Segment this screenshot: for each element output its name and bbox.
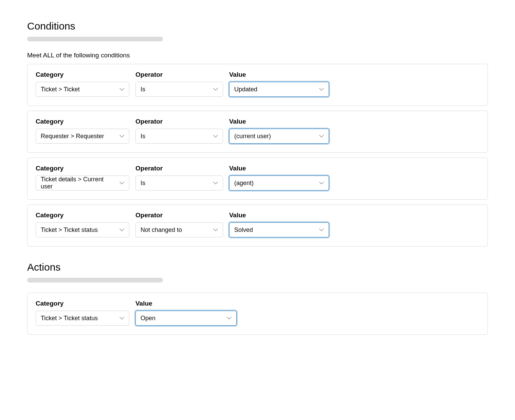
category-field: Category Ticket > Ticket	[36, 71, 129, 97]
chevron-down-icon	[319, 88, 324, 91]
value-field: Value Open	[135, 300, 237, 326]
category-select-value: Ticket > Ticket	[41, 86, 80, 93]
operator-field: Operator Not changed to	[135, 212, 223, 237]
value-select-value: Solved	[234, 226, 253, 234]
chevron-down-icon	[213, 135, 218, 138]
operator-field: Operator Is	[135, 71, 223, 97]
operator-select-value: Is	[141, 86, 145, 93]
value-label: Value	[229, 165, 329, 172]
operator-label: Operator	[135, 118, 223, 125]
operator-select-value: Is	[141, 133, 145, 140]
category-label: Category	[36, 300, 129, 307]
chevron-down-icon	[319, 182, 324, 184]
category-label: Category	[36, 71, 129, 78]
value-select[interactable]: (current user)	[229, 129, 329, 144]
category-select[interactable]: Requester > Requester	[36, 129, 129, 144]
operator-select[interactable]: Is	[135, 176, 223, 190]
value-label: Value	[229, 118, 329, 125]
category-field: Category Ticket details > Current user	[36, 165, 129, 190]
chevron-down-icon	[119, 229, 124, 231]
operator-field: Operator Is	[135, 165, 223, 190]
condition-row: Category Requester > Requester Operator …	[27, 111, 488, 153]
category-select[interactable]: Ticket > Ticket status	[36, 311, 129, 326]
chevron-down-icon	[119, 135, 124, 138]
category-select-value: Requester > Requester	[41, 133, 104, 140]
value-field: Value (current user)	[229, 118, 329, 144]
value-select[interactable]: (agent)	[229, 176, 329, 190]
condition-row: Category Ticket > Ticket Operator Is Val…	[27, 64, 488, 106]
value-select-value: Open	[141, 315, 155, 322]
operator-label: Operator	[135, 212, 223, 219]
actions-title: Actions	[27, 261, 488, 273]
operator-label: Operator	[135, 71, 223, 78]
action-row: Category Ticket > Ticket status Value Op…	[27, 293, 488, 335]
value-field: Value Updated	[229, 71, 329, 97]
value-select[interactable]: Open	[135, 311, 237, 326]
category-select-value: Ticket > Ticket status	[41, 315, 98, 322]
conditions-title: Conditions	[27, 20, 488, 32]
operator-label: Operator	[135, 165, 223, 172]
condition-row: Category Ticket details > Current user O…	[27, 158, 488, 200]
conditions-description-placeholder	[27, 37, 163, 41]
value-field: Value Solved	[229, 212, 329, 237]
chevron-down-icon	[119, 317, 124, 319]
category-select[interactable]: Ticket details > Current user	[36, 176, 129, 190]
chevron-down-icon	[319, 229, 324, 231]
value-select-value: Updated	[234, 86, 257, 93]
value-label: Value	[229, 71, 329, 78]
chevron-down-icon	[227, 317, 232, 319]
value-select-value: (agent)	[234, 180, 254, 187]
operator-select[interactable]: Is	[135, 129, 223, 144]
actions-description-placeholder	[27, 278, 163, 282]
operator-field: Operator Is	[135, 118, 223, 144]
chevron-down-icon	[119, 88, 124, 91]
category-field: Category Requester > Requester	[36, 118, 129, 144]
value-select[interactable]: Updated	[229, 82, 329, 97]
operator-select[interactable]: Is	[135, 82, 223, 97]
category-select[interactable]: Ticket > Ticket	[36, 82, 129, 97]
category-label: Category	[36, 212, 129, 219]
chevron-down-icon	[119, 182, 124, 184]
value-select[interactable]: Solved	[229, 222, 329, 237]
category-select[interactable]: Ticket > Ticket status	[36, 222, 129, 237]
operator-select-value: Not changed to	[141, 226, 182, 234]
operator-select[interactable]: Not changed to	[135, 222, 223, 237]
operator-select-value: Is	[141, 180, 145, 187]
category-label: Category	[36, 118, 129, 125]
value-field: Value (agent)	[229, 165, 329, 190]
chevron-down-icon	[213, 88, 218, 91]
condition-row: Category Ticket > Ticket status Operator…	[27, 204, 488, 246]
chevron-down-icon	[213, 229, 218, 231]
category-select-value: Ticket details > Current user	[41, 176, 116, 190]
chevron-down-icon	[319, 135, 324, 138]
category-field: Category Ticket > Ticket status	[36, 212, 129, 237]
chevron-down-icon	[213, 182, 218, 184]
value-label: Value	[135, 300, 237, 307]
category-select-value: Ticket > Ticket status	[41, 226, 98, 234]
value-label: Value	[229, 212, 329, 219]
category-label: Category	[36, 165, 129, 172]
category-field: Category Ticket > Ticket status	[36, 300, 129, 326]
conditions-subtitle: Meet ALL of the following conditions	[27, 52, 488, 59]
value-select-value: (current user)	[234, 133, 271, 140]
